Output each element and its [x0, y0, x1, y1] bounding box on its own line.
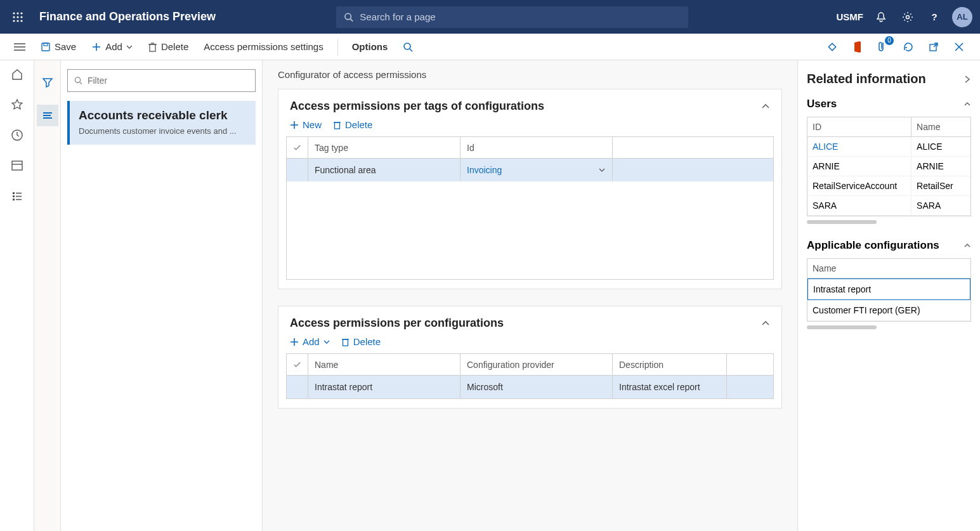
workspace-icon[interactable]	[10, 158, 25, 173]
checkbox-header[interactable]	[287, 137, 308, 158]
trash-icon	[148, 42, 157, 52]
cell-provider[interactable]: Microsoft	[461, 376, 613, 398]
table-row[interactable]: Functional area Invoicing	[287, 159, 773, 181]
collapse-icon[interactable]	[761, 102, 770, 111]
search-input[interactable]	[360, 11, 681, 22]
col-tagtype[interactable]: Tag type	[308, 137, 461, 158]
user-id-cell[interactable]: ARNIE	[807, 157, 911, 176]
chevron-down-icon[interactable]	[598, 166, 606, 174]
search-action-icon[interactable]	[398, 37, 418, 57]
table-row[interactable]: Intrastat report Microsoft Intrastat exc…	[287, 376, 773, 398]
col-description[interactable]: Description	[613, 354, 727, 375]
bell-icon[interactable]	[872, 8, 890, 26]
list-toggle-icon[interactable]	[37, 105, 58, 126]
waffle-icon[interactable]	[8, 7, 28, 27]
svg-rect-33	[13, 195, 15, 197]
avatar[interactable]: AL	[952, 7, 972, 27]
collapse-icon[interactable]	[761, 319, 770, 328]
office-icon[interactable]	[851, 40, 865, 54]
table-row[interactable]: RetailServiceAccountRetailSer	[807, 176, 970, 196]
star-icon[interactable]	[10, 97, 25, 112]
filter-toggle-icon[interactable]	[37, 72, 58, 93]
cell-tagtype[interactable]: Functional area	[308, 159, 461, 181]
divider	[337, 39, 338, 55]
search-box[interactable]	[336, 6, 688, 28]
diamond-icon[interactable]	[825, 40, 839, 54]
section-configs: Access permissions per configurations Ad…	[278, 306, 782, 409]
svg-point-41	[75, 77, 80, 82]
refresh-icon[interactable]	[901, 40, 915, 54]
col-name[interactable]: Name	[308, 354, 461, 375]
options-button[interactable]: Options	[347, 37, 393, 57]
delete-row-button[interactable]: Delete	[333, 119, 372, 130]
app-title: Finance and Operations Preview	[39, 10, 216, 23]
hamburger-icon[interactable]	[9, 37, 30, 57]
appcfg-table: Name Intrastat reportCustomer FTI report…	[807, 258, 971, 322]
filter-box[interactable]	[67, 69, 256, 92]
attachment-icon[interactable]: 0	[876, 40, 890, 54]
row-checkbox[interactable]	[287, 376, 308, 398]
add-label: Add	[105, 41, 122, 52]
topbar: Finance and Operations Preview USMF ? AL	[0, 0, 980, 34]
delete-config-button[interactable]: Delete	[341, 336, 381, 347]
scrollbar[interactable]	[807, 220, 877, 224]
row-checkbox[interactable]	[287, 159, 308, 181]
svg-rect-17	[44, 43, 48, 46]
popout-icon[interactable]	[927, 40, 941, 54]
recent-icon[interactable]	[10, 128, 25, 143]
plus-icon	[290, 338, 299, 346]
user-id-cell[interactable]: ALICE	[807, 137, 911, 156]
svg-line-10	[351, 18, 353, 21]
filter-input[interactable]	[88, 75, 249, 86]
svg-rect-32	[13, 192, 15, 194]
table-row[interactable]: ARNIEARNIE	[807, 157, 970, 176]
user-name-cell: ALICE	[911, 137, 970, 156]
company-label[interactable]: USMF	[837, 11, 864, 22]
add-button[interactable]: Add	[86, 37, 138, 57]
svg-point-0	[13, 12, 15, 14]
cell-name[interactable]: Intrastat report	[308, 376, 461, 398]
user-name-cell: RetailSer	[911, 176, 970, 195]
actionbar: Save Add Delete Access permissions setti…	[0, 34, 980, 60]
section-tags-title: Access permissions per tags of configura…	[290, 100, 544, 113]
modules-icon[interactable]	[10, 188, 25, 204]
appcfg-col-name[interactable]: Name	[807, 259, 970, 279]
users-col-name[interactable]: Name	[911, 117, 970, 136]
user-id-cell[interactable]: RetailServiceAccount	[807, 176, 911, 195]
list-item[interactable]: Accounts receivable clerk Documents cust…	[67, 101, 256, 145]
list-panel: Accounts receivable clerk Documents cust…	[61, 60, 263, 531]
delete-button[interactable]: Delete	[143, 37, 193, 57]
table-row[interactable]: ALICEALICE	[807, 137, 970, 157]
checkbox-header[interactable]	[287, 354, 308, 375]
gear-icon[interactable]	[899, 8, 917, 26]
collapse-icon[interactable]	[964, 242, 971, 249]
cell-description[interactable]: Intrastat excel report	[613, 376, 727, 398]
access-permissions-settings-button[interactable]: Access permissions settings	[199, 37, 328, 57]
collapse-icon[interactable]	[964, 100, 971, 108]
col-id[interactable]: Id	[461, 137, 613, 158]
scrollbar[interactable]	[807, 325, 877, 329]
appcfg-row[interactable]: Intrastat report	[807, 279, 970, 300]
trash-icon	[341, 338, 350, 346]
chevron-right-icon[interactable]	[964, 75, 971, 84]
svg-point-23	[404, 43, 410, 49]
user-id-cell[interactable]: SARA	[807, 196, 911, 215]
new-button[interactable]: New	[290, 119, 322, 130]
plus-icon	[91, 42, 101, 52]
user-name-cell: ARNIE	[911, 157, 970, 176]
close-icon[interactable]	[952, 40, 966, 54]
appcfg-row[interactable]: Customer FTI report (GER)	[807, 300, 970, 321]
home-icon[interactable]	[10, 67, 25, 82]
help-icon[interactable]: ?	[925, 8, 943, 26]
related-title: Related information	[807, 72, 926, 86]
tags-table: Tag type Id Functional area Invoicing	[286, 136, 774, 280]
col-provider[interactable]: Configuration provider	[461, 354, 613, 375]
appcfg-section: Applicable configurations Name Intrastat…	[807, 239, 971, 329]
cell-id[interactable]: Invoicing	[461, 159, 613, 181]
users-col-id[interactable]: ID	[807, 117, 911, 136]
attachment-badge: 0	[885, 36, 894, 45]
save-button[interactable]: Save	[36, 37, 81, 57]
view-rail	[34, 60, 61, 531]
table-row[interactable]: SARASARA	[807, 196, 970, 216]
add-config-button[interactable]: Add	[290, 336, 330, 347]
